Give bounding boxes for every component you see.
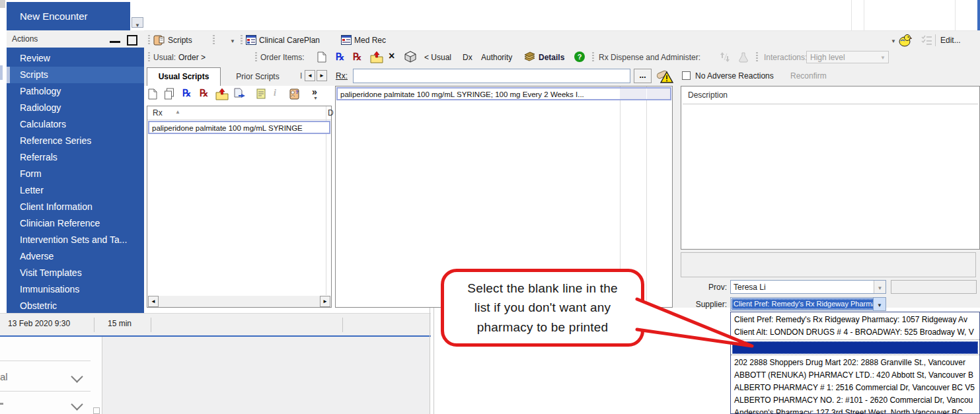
column-divider[interactable]: [326, 106, 326, 295]
package-icon[interactable]: [404, 51, 417, 63]
combo-arrow-button[interactable]: ▼: [874, 281, 886, 293]
sidebar-item-visit-templates[interactable]: Visit Templates: [7, 265, 144, 281]
adverse-warning-icon[interactable]: [656, 68, 674, 85]
toolbar-grip[interactable]: [756, 52, 758, 63]
svg-text:?: ?: [295, 89, 299, 95]
rx-browse-button[interactable]: ...: [634, 69, 652, 83]
dropdown-option-pharmacy[interactable]: Anderson's Pharmacy: 127 3rd Street West…: [732, 407, 978, 414]
sidebar-item-letter[interactable]: Letter: [7, 182, 144, 199]
sidebar-item-review[interactable]: Review: [7, 50, 144, 67]
details-button[interactable]: Details: [539, 53, 564, 62]
chevron-down-icon[interactable]: ▼: [230, 38, 235, 44]
sidebar-item-scripts[interactable]: Scripts: [7, 67, 144, 83]
toolbar-grip[interactable]: [592, 52, 594, 63]
copy-to-icon[interactable]: [234, 88, 246, 100]
interactions-label: Interactions:: [764, 53, 807, 62]
new-encounter-button[interactable]: New Encounter: [7, 2, 130, 30]
toolbar-grip[interactable]: [213, 35, 215, 46]
maximize-button[interactable]: [127, 35, 137, 46]
encounter-duration: 15 min: [108, 319, 132, 328]
person-help-icon[interactable]: ?: [288, 88, 300, 100]
note-icon[interactable]: [256, 88, 266, 99]
selected-script-row[interactable]: paliperidone palmitate 100 mg/mL SYRINGE…: [148, 121, 330, 134]
toolbar-grip[interactable]: [148, 35, 150, 46]
rx-script-blue-icon[interactable]: ℞: [336, 51, 344, 63]
usual-back-button[interactable]: < Usual: [424, 53, 451, 62]
sidebar-item-intervention-sets[interactable]: Intervention Sets and Ta...: [7, 232, 144, 248]
ellipsis-label: ...: [639, 71, 646, 80]
toolbar-grip[interactable]: [148, 52, 150, 63]
scroll-left-button[interactable]: ◄: [148, 296, 159, 307]
dropdown-option-blank[interactable]: [732, 341, 978, 354]
med-rec-label[interactable]: Med Rec: [354, 36, 386, 45]
rx-script-blue-icon[interactable]: ℞: [182, 87, 191, 99]
dropdown-option-pharmacy[interactable]: ALBERTO PHARMACY NO. 2: #101 - 2620 Comm…: [732, 394, 978, 406]
sidebar-item-clinician-reference[interactable]: Clinician Reference: [7, 215, 144, 232]
minimize-button[interactable]: [110, 41, 120, 43]
sidebar-item-label: Radiology: [20, 102, 61, 113]
folder-upload-icon[interactable]: [370, 51, 383, 63]
edit-button[interactable]: Edit...: [940, 36, 961, 45]
no-adverse-label[interactable]: No Adverse Reactions: [695, 71, 774, 81]
delete-x-icon[interactable]: ×: [389, 50, 395, 62]
dropdown-option-pharmacy[interactable]: ALBERTO PHARMACY # 1: 2516 Commercial Dr…: [732, 382, 978, 394]
dropdown-option-client-alt[interactable]: Client Alt: LONDON DRUGS # 4 - BROADWAY:…: [732, 326, 978, 338]
sidebar-item-radiology[interactable]: Radiology: [7, 100, 144, 116]
chevron-down-icon[interactable]: [71, 370, 83, 382]
callout-text-line: list if you don't want any: [474, 298, 611, 317]
dx-button[interactable]: Dx: [463, 53, 472, 62]
column-header-rx[interactable]: Rx: [153, 108, 163, 118]
scroll-right-button[interactable]: ►: [320, 296, 330, 307]
sidebar-item-adverse[interactable]: Adverse: [7, 248, 144, 265]
rx-search-input[interactable]: [353, 69, 630, 83]
toolbar-grip[interactable]: [241, 35, 243, 46]
tab-label: Prior Scripts: [236, 72, 279, 81]
new-document-icon[interactable]: [148, 88, 157, 100]
scripts-toolbar-label[interactable]: Scripts: [168, 36, 192, 45]
order-button[interactable]: Order >: [178, 53, 206, 62]
sidebar-item-form[interactable]: Form: [7, 166, 144, 182]
chevron-down-icon[interactable]: ▼: [313, 96, 318, 100]
chevron-down-icon[interactable]: ▼: [891, 38, 896, 44]
selected-order-row[interactable]: paliperidone palmitate 100 mg/mL SYRINGE…: [336, 87, 671, 100]
horizontal-scrollbar[interactable]: ◄ ►: [148, 296, 330, 307]
folder-upload-icon[interactable]: [215, 88, 229, 100]
sidebar-item-calculators[interactable]: Calculators: [7, 116, 144, 133]
option-label: Anderson's Pharmacy: 127 3rd Street West…: [734, 408, 963, 414]
sidebar-item-immunisations[interactable]: Immunisations: [7, 281, 144, 298]
authority-button[interactable]: Authority: [481, 53, 512, 62]
chevron-down-icon[interactable]: [71, 398, 83, 410]
tab-scroll-right-button[interactable]: ►: [317, 70, 327, 81]
description-column-header[interactable]: Description: [688, 90, 728, 100]
no-adverse-checkbox[interactable]: [682, 71, 691, 80]
help-icon[interactable]: ?: [574, 52, 585, 62]
chevron-down-icon: ▼: [878, 285, 883, 291]
dropdown-option-pharmacy[interactable]: ABBOTT (RENUKA) PHARMACY LTD.: 420 Abbot…: [732, 369, 978, 381]
tab-prior-scripts[interactable]: Prior Scripts: [225, 69, 291, 86]
sidebar-item-obstetric[interactable]: Obstetric: [7, 298, 144, 314]
copy-documents-icon[interactable]: [164, 88, 175, 100]
sidebar-item-client-information[interactable]: Client Information: [7, 199, 144, 215]
new-encounter-dropdown-button[interactable]: ▼: [132, 17, 143, 28]
partial-dash: [0, 403, 3, 405]
dropdown-option-pharmacy[interactable]: 202 2888 Shoppers Drug Mart 202: 2888 Gr…: [732, 357, 978, 368]
provider-combobox[interactable]: Teresa Li ▼: [730, 280, 886, 294]
clinical-careplan-label[interactable]: Clinical CarePlan: [259, 36, 320, 45]
checklist-icon[interactable]: [921, 35, 932, 46]
note-box: [681, 252, 976, 277]
dotted-separator: [731, 339, 980, 341]
new-document-icon[interactable]: [317, 52, 326, 63]
sidebar-item-referrals[interactable]: Referrals: [7, 149, 144, 166]
tab-usual-scripts[interactable]: Usual Scripts: [147, 67, 221, 86]
sidebar-item-pathology[interactable]: Pathology: [7, 83, 144, 100]
divider: [0, 391, 91, 392]
tab-scroll-left-button[interactable]: ◄: [305, 70, 315, 81]
dropdown-option-client-pref[interactable]: Client Pref: Remedy's Rx Ridgeway Pharma…: [732, 314, 978, 326]
sidebar-item-reference-series[interactable]: Reference Series: [7, 133, 144, 149]
option-label: 202 2888 Shoppers Drug Mart 202: 2888 Gr…: [734, 358, 965, 367]
chick-icon[interactable]: [897, 33, 912, 48]
combo-arrow-button[interactable]: ▼: [873, 298, 886, 310]
rx-script-red-icon[interactable]: ℞: [200, 87, 208, 99]
rx-script-red-icon[interactable]: ℞: [353, 51, 361, 63]
toolbar-grip[interactable]: [255, 52, 257, 63]
